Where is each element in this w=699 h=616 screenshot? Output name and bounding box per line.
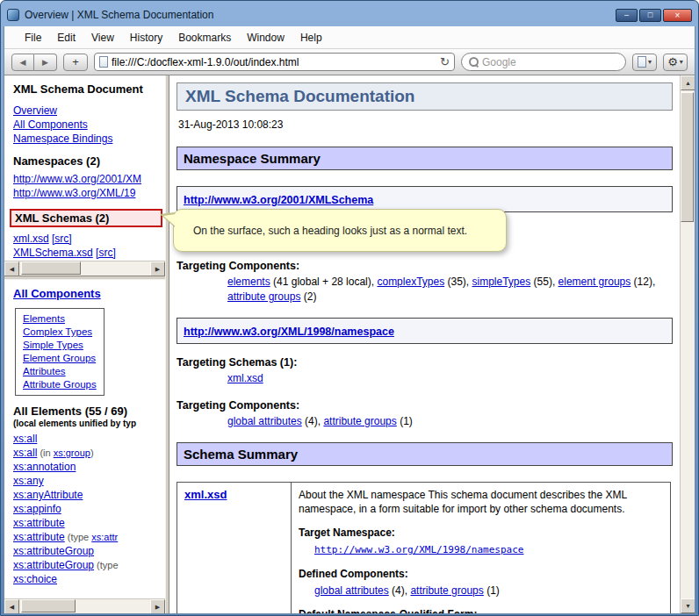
element-link[interactable]: xs:attributeGroup	[13, 545, 94, 557]
sidebar-bottom-pane: All Components Elements Complex Types Si…	[4, 280, 165, 598]
element-groups-link[interactable]: element groups	[558, 276, 631, 288]
xml-xsd-link[interactable]: xml.xsd	[227, 372, 263, 384]
element-link[interactable]: xs:attribute	[13, 517, 65, 529]
scrollbar-thumb[interactable]	[681, 92, 694, 222]
window-controls: – □ ×	[616, 9, 692, 22]
scrollbar-track[interactable]	[19, 261, 150, 276]
schema-link[interactable]: xml.xsd	[13, 233, 49, 245]
element-groups-link[interactable]: Element Groups	[23, 353, 96, 363]
complex-types-link[interactable]: Complex Types	[23, 326, 92, 337]
namespace-summary-heading: Namespace Summary	[177, 147, 673, 170]
menu-window[interactable]: Window	[239, 32, 292, 44]
scrollbar-thumb[interactable]	[21, 599, 76, 612]
scroll-right-icon: ▶	[155, 604, 160, 610]
close-button[interactable]: ×	[663, 9, 692, 22]
menu-bookmarks[interactable]: Bookmarks	[170, 32, 239, 44]
element-ref-link[interactable]: xs:attr	[91, 532, 118, 542]
chrome-body: File Edit View History Bookmarks Window …	[4, 26, 695, 614]
maximize-button[interactable]: □	[639, 9, 661, 22]
attribute-groups-link[interactable]: attribute groups	[227, 290, 300, 303]
settings-button[interactable]: ⚙▾	[663, 54, 688, 71]
scroll-right-button[interactable]: ▶	[150, 261, 165, 276]
element-link[interactable]: xs:attributeGroup	[13, 559, 94, 571]
element-ref-link[interactable]: xs:group	[54, 448, 90, 458]
menu-view[interactable]: View	[83, 32, 122, 44]
scroll-up-icon: ▲	[685, 80, 691, 86]
count-text: (41 global + 28 local),	[270, 276, 378, 288]
scroll-right-button[interactable]: ▶	[150, 599, 165, 613]
horizontal-scrollbar[interactable]: ◀ ▶	[4, 598, 165, 613]
plus-icon: +	[72, 55, 79, 68]
sidebar-bottom-frame: All Components Elements Complex Types Si…	[4, 280, 165, 613]
elements-link[interactable]: elements	[227, 276, 270, 288]
defined-components-label: Defined Components:	[299, 567, 663, 581]
global-attributes-link[interactable]: global attributes	[314, 584, 389, 597]
search-field[interactable]	[461, 53, 626, 71]
namespace-2-link[interactable]: http://www.w3.org/XML/1998/namespace	[184, 326, 394, 338]
attribute-groups-link[interactable]: attribute groups	[410, 584, 483, 597]
component-item: Complex Types	[23, 326, 97, 339]
target-namespace-link[interactable]: http://www.w3.org/XML/1998/namespace	[314, 544, 523, 555]
element-link[interactable]: xs:any	[13, 475, 44, 487]
simple-types-link[interactable]: Simple Types	[23, 340, 83, 350]
scroll-left-icon: ◀	[10, 266, 14, 272]
horizontal-scrollbar[interactable]: ◀ ▶	[4, 261, 165, 276]
minimize-button[interactable]: –	[616, 9, 638, 22]
back-icon: ◀	[20, 58, 26, 67]
element-qualifier: (type	[65, 532, 92, 542]
forward-button[interactable]: ▶	[34, 54, 57, 71]
schema-src-link[interactable]: [src]	[52, 233, 72, 245]
schema-src-link[interactable]: [src]	[96, 247, 116, 259]
xml-xsd-link[interactable]: xml.xsd	[184, 488, 227, 501]
element-link[interactable]: xs:anyAttribute	[13, 489, 83, 501]
menu-help[interactable]: Help	[292, 32, 330, 44]
schema-link[interactable]: XMLSchema.xsd	[13, 247, 93, 259]
search-input[interactable]	[482, 56, 618, 68]
complex-types-link[interactable]: complexTypes	[377, 276, 444, 288]
main-vertical-scrollbar[interactable]: ▲ ▼	[680, 75, 695, 613]
default-form-label: Default Namespace-Qualified Form:	[299, 607, 663, 613]
schema-item: XMLSchema.xsd [src]	[13, 246, 165, 260]
refresh-icon[interactable]: ↻	[440, 55, 450, 68]
back-button[interactable]: ◀	[11, 54, 34, 71]
attribute-groups-link[interactable]: Attribute Groups	[23, 379, 97, 390]
overview-link[interactable]: Overview	[13, 104, 57, 117]
scrollbar-track[interactable]	[681, 90, 695, 598]
elements-link[interactable]: Elements	[23, 313, 65, 324]
schema-summary-heading: Schema Summary	[177, 442, 673, 466]
all-components-link[interactable]: All Components	[13, 287, 101, 300]
element-link[interactable]: xs:all	[13, 447, 37, 459]
scrollbar-thumb[interactable]	[21, 261, 81, 275]
scroll-left-button[interactable]: ◀	[4, 599, 19, 613]
menu-file[interactable]: File	[17, 32, 49, 44]
menu-history[interactable]: History	[122, 32, 170, 44]
schema-detail-cell: About the XML namespace This schema docu…	[292, 483, 671, 614]
scrollbar-track[interactable]	[19, 599, 150, 613]
new-page-button[interactable]: ▾	[632, 54, 657, 71]
simple-types-link[interactable]: simpleTypes	[472, 276, 531, 288]
namespace-bindings-link[interactable]: Namespace Bindings	[13, 133, 112, 145]
element-item: xs:attribute	[13, 516, 165, 530]
address-input[interactable]	[112, 56, 436, 68]
scroll-up-button[interactable]: ▲	[681, 75, 695, 90]
namespace-link[interactable]: http://www.w3.org/XML/19	[13, 187, 135, 199]
attribute-groups-link[interactable]: attribute groups	[323, 415, 396, 427]
element-link[interactable]: xs:choice	[13, 573, 57, 585]
ns1-targeting-components: elements (41 global + 28 local), complex…	[177, 275, 673, 304]
namespace-link[interactable]: http://www.w3.org/2001/XM	[13, 173, 141, 185]
scroll-left-button[interactable]: ◀	[4, 261, 19, 276]
nav-buttons: ◀ ▶	[11, 54, 57, 71]
global-attributes-link[interactable]: global attributes	[227, 415, 302, 427]
new-tab-button[interactable]: +	[63, 54, 88, 71]
all-components-link[interactable]: All Components	[13, 118, 88, 131]
element-link[interactable]: xs:annotation	[13, 461, 76, 473]
scroll-down-button[interactable]: ▼	[681, 598, 695, 613]
element-link[interactable]: xs:attribute	[13, 531, 65, 543]
element-link[interactable]: xs:appinfo	[13, 503, 61, 515]
address-bar[interactable]: ↻	[94, 53, 455, 71]
attributes-link[interactable]: Attributes	[23, 366, 66, 376]
element-link[interactable]: xs:all	[13, 433, 37, 445]
namespace-1-link[interactable]: http://www.w3.org/2001/XMLSchema	[184, 194, 373, 206]
dropdown-icon: ▾	[648, 58, 652, 66]
menu-edit[interactable]: Edit	[49, 32, 83, 44]
